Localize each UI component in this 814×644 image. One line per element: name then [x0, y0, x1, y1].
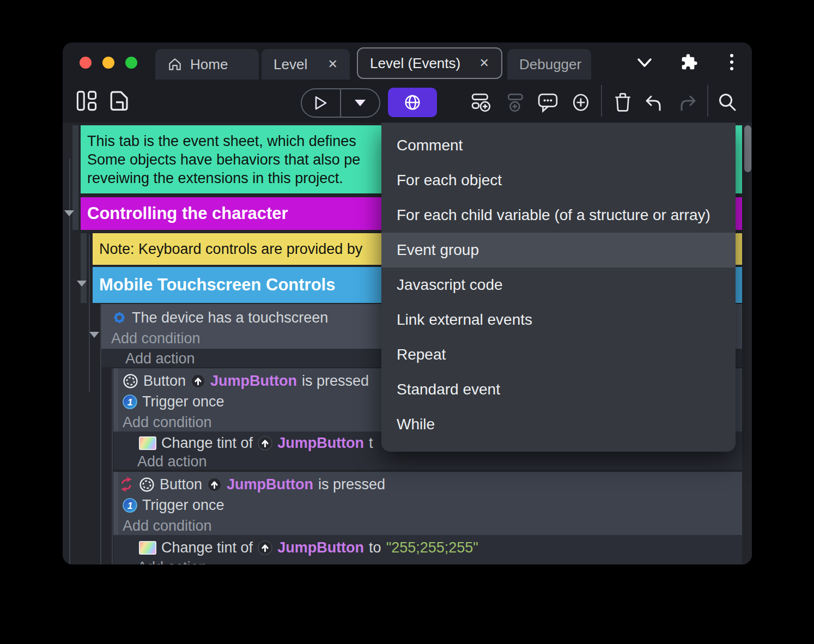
preview-play-button[interactable] [302, 89, 340, 117]
indent-guide [89, 234, 90, 392]
menu-item-standard-event[interactable]: Standard event [381, 372, 736, 407]
app-window: Home Level ✕ Level (Events) ✕ Debugger [63, 42, 752, 564]
undo-button[interactable] [642, 92, 665, 113]
add-action-link[interactable]: Add action [137, 559, 207, 565]
menu-item-for-each-object[interactable]: For each object [381, 163, 736, 198]
addons-puzzle-icon[interactable] [678, 51, 700, 73]
menu-item-event-group[interactable]: Event group [381, 233, 736, 268]
play-icon [314, 95, 328, 111]
svg-text:1: 1 [127, 397, 132, 407]
save-button[interactable] [107, 89, 130, 112]
maximize-window-button[interactable] [125, 57, 137, 69]
collapse-event-icon[interactable] [89, 332, 99, 338]
home-icon [167, 57, 183, 72]
tab-level-events[interactable]: Level (Events) ✕ [357, 47, 502, 79]
button-plugin-icon [139, 477, 155, 493]
layout-panels-button[interactable] [76, 89, 98, 112]
delete-button[interactable] [611, 92, 634, 113]
add-comment-button[interactable] [537, 92, 560, 113]
globe-icon [402, 92, 423, 113]
indent-guide [112, 368, 113, 564]
menu-item-comment[interactable]: Comment [381, 128, 736, 163]
close-window-button[interactable] [80, 57, 92, 69]
condition-text: is pressed [302, 373, 369, 390]
close-tab-icon[interactable]: ✕ [479, 56, 489, 70]
minimize-window-button[interactable] [102, 57, 114, 69]
jumpbutton-object-icon [191, 374, 205, 388]
object-text: Button [160, 476, 202, 493]
menu-item-repeat[interactable]: Repeat [381, 337, 736, 372]
add-condition-link[interactable]: Add condition [111, 330, 201, 347]
titlebar: Home Level ✕ Level (Events) ✕ Debugger [63, 42, 752, 80]
object-name: JumpButton [227, 476, 313, 493]
condition-text: Trigger once [142, 393, 224, 410]
event-margin [113, 368, 118, 432]
action-row-change-tint-white[interactable]: Change tint of JumpButton to "255;255;25… [113, 535, 742, 564]
add-event-button[interactable] [470, 92, 493, 113]
condition-text: is pressed [318, 476, 385, 493]
menu-item-javascript-code[interactable]: Javascript code [381, 268, 736, 302]
object-name: JumpButton [277, 539, 364, 556]
margin-bar [81, 233, 87, 303]
condition-text: The device has a touchscreen [132, 309, 328, 326]
button-plugin-icon [123, 373, 138, 389]
remote-preview-button[interactable] [388, 88, 437, 117]
add-action-link[interactable]: Add action [137, 453, 207, 470]
caret-down-icon [355, 100, 366, 106]
jumpbutton-object-icon [258, 436, 272, 451]
search-button[interactable] [716, 92, 739, 113]
add-action-link[interactable]: Add action [125, 350, 195, 367]
condition-text: Trigger once [142, 497, 224, 514]
add-condition-link[interactable]: Add condition [123, 518, 212, 534]
divider [707, 85, 708, 117]
object-name: JumpButton [277, 435, 364, 452]
tab-label: Level [274, 56, 307, 73]
kebab-menu-icon[interactable] [727, 51, 736, 73]
action-text: Change tint of [161, 539, 253, 556]
menu-item-while[interactable]: While [381, 407, 736, 442]
divider [601, 85, 602, 117]
close-tab-icon[interactable]: ✕ [328, 57, 338, 71]
tint-icon [139, 436, 156, 450]
jumpbutton-object-icon [258, 540, 272, 555]
svg-text:1: 1 [127, 500, 132, 511]
action-text: Change tint of [161, 435, 253, 452]
action-text-clipped: t [369, 435, 373, 452]
collapse-group-icon[interactable] [77, 281, 87, 287]
object-text: Button [143, 373, 186, 390]
tab-debugger[interactable]: Debugger [507, 49, 591, 80]
preview-options-button[interactable] [341, 89, 379, 117]
group-title: Controlling the character [87, 204, 288, 223]
add-subevent-button-disabled[interactable] [505, 92, 528, 113]
redo-button-disabled[interactable] [677, 92, 700, 113]
action-text: to [369, 539, 381, 556]
collapse-group-icon[interactable] [64, 210, 74, 216]
scrollbar-thumb[interactable] [744, 125, 751, 172]
string-value: "255;255;255" [386, 539, 478, 556]
event-sheet: This tab is the event sheet, which defin… [63, 123, 752, 564]
group-title: Mobile Touchscreen Controls [99, 275, 335, 295]
tab-label: Level (Events) [370, 55, 460, 72]
tint-icon [139, 541, 156, 555]
object-name: JumpButton [210, 373, 297, 390]
indent-guide [69, 159, 70, 564]
jumpbutton-object-icon [207, 477, 222, 492]
add-event-context-menu: Comment For each object For each child v… [381, 123, 736, 452]
gear-icon [112, 310, 127, 325]
note-text: Note: Keyboard controls are provided by [99, 241, 362, 258]
tab-home[interactable]: Home [155, 49, 259, 80]
tab-level[interactable]: Level ✕ [262, 49, 350, 80]
trigger-once-icon: 1 [123, 394, 137, 409]
add-condition-link[interactable]: Add condition [123, 414, 212, 431]
tab-label: Debugger [519, 56, 581, 73]
menu-item-link-external[interactable]: Link external events [381, 302, 736, 337]
toolbar [63, 80, 752, 123]
trigger-once-icon: 1 [123, 498, 137, 513]
add-button[interactable] [569, 92, 592, 113]
menu-item-for-each-child-var[interactable]: For each child variable (of a structure … [381, 198, 736, 233]
preview-button-group [301, 88, 380, 118]
invert-icon [119, 477, 134, 492]
event-block-jumpbutton-not-pressed[interactable]: Button JumpButton is pressed 1 Trigger o… [113, 472, 742, 535]
tab-label: Home [190, 56, 228, 73]
tab-list-chevron-down-icon[interactable] [634, 54, 655, 71]
